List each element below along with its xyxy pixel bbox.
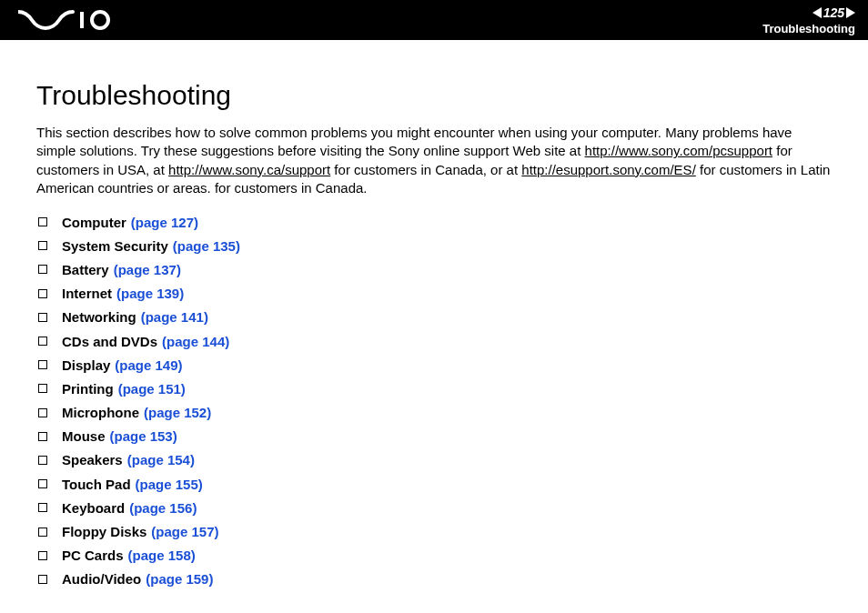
square-bullet-icon [38, 575, 47, 584]
toc-page-link[interactable]: (page 151) [118, 381, 186, 397]
square-bullet-icon [38, 360, 47, 369]
square-bullet-icon [38, 528, 47, 537]
toc-label: Networking [62, 309, 136, 325]
toc-label: System Security [62, 238, 168, 254]
toc-page-link[interactable]: (page 154) [127, 452, 195, 467]
toc-label: PC Cards [62, 548, 124, 563]
header-bar: 125 Troubleshooting [0, 0, 868, 40]
toc-item: Mouse(page 153) [38, 425, 832, 448]
content-area: Troubleshooting This section describes h… [0, 40, 868, 609]
support-link-usa[interactable]: http://www.sony.com/pcsupport [585, 143, 772, 158]
square-bullet-icon [38, 384, 47, 393]
toc-page-link[interactable]: (page 139) [116, 286, 184, 301]
next-page-arrow-icon[interactable] [846, 7, 855, 18]
square-bullet-icon [38, 479, 47, 488]
toc-page-link[interactable]: (page 156) [129, 500, 197, 516]
intro-text-3: for customers in Canada, or at [330, 162, 521, 177]
toc-item: Battery(page 137) [38, 257, 832, 281]
toc-label: Audio/Video [62, 571, 141, 587]
page-title: Troubleshooting [36, 80, 832, 111]
toc-label: Battery [62, 262, 109, 277]
page-nav: 125 [762, 5, 855, 20]
toc-item: System Security(page 135) [38, 234, 832, 257]
toc-label: Computer [62, 215, 126, 230]
toc-item: Networking(page 141) [38, 306, 832, 329]
toc-page-link[interactable]: (page 155) [136, 477, 203, 492]
toc-item: PC Cards(page 158) [38, 544, 832, 568]
header-right: 125 Troubleshooting [762, 5, 855, 35]
toc-page-link[interactable]: (page 159) [146, 571, 213, 587]
vaio-logo [18, 10, 118, 30]
toc-label: Internet [62, 286, 112, 301]
toc-item: Touch Pad(page 155) [38, 472, 832, 496]
prev-page-arrow-icon[interactable] [812, 7, 822, 18]
svg-rect-0 [80, 12, 84, 28]
toc-label: CDs and DVDs [62, 334, 157, 349]
toc-item: Speakers(page 154) [38, 448, 832, 472]
square-bullet-icon [38, 241, 47, 250]
support-link-latam[interactable]: http://esupport.sony.com/ES/ [521, 162, 695, 177]
square-bullet-icon [38, 289, 47, 298]
toc-item: Keyboard(page 156) [38, 496, 832, 519]
toc-label: Microphone [62, 405, 139, 420]
toc-page-link[interactable]: (page 158) [128, 548, 196, 563]
square-bullet-icon [38, 503, 47, 512]
page-number: 125 [823, 5, 844, 20]
toc-page-link[interactable]: (page 141) [141, 309, 208, 325]
intro-paragraph: This section describes how to solve comm… [36, 124, 832, 197]
toc-list: Computer(page 127)System Security(page 1… [36, 210, 832, 591]
toc-page-link[interactable]: (page 144) [162, 334, 229, 349]
toc-label: Touch Pad [62, 477, 131, 492]
square-bullet-icon [38, 313, 47, 322]
toc-item: CDs and DVDs(page 144) [38, 329, 832, 353]
toc-label: Speakers [62, 452, 123, 467]
toc-item: Audio/Video(page 159) [38, 568, 832, 591]
toc-label: Printing [62, 381, 114, 397]
toc-item: Internet(page 139) [38, 282, 832, 306]
square-bullet-icon [38, 265, 47, 274]
header-section-label: Troubleshooting [762, 22, 855, 35]
square-bullet-icon [38, 551, 47, 560]
toc-item: Display(page 149) [38, 353, 832, 377]
square-bullet-icon [38, 432, 47, 441]
square-bullet-icon [38, 337, 47, 346]
square-bullet-icon [38, 408, 47, 417]
toc-page-link[interactable]: (page 157) [151, 524, 218, 539]
toc-label: Mouse [62, 428, 106, 444]
vaio-logo-svg [18, 10, 118, 30]
toc-page-link[interactable]: (page 137) [114, 262, 181, 277]
toc-item: Computer(page 127) [38, 210, 832, 234]
toc-item: Printing(page 151) [38, 377, 832, 400]
svg-point-1 [92, 12, 108, 28]
square-bullet-icon [38, 456, 47, 465]
toc-label: Keyboard [62, 500, 125, 516]
toc-item: Floppy Disks(page 157) [38, 519, 832, 543]
square-bullet-icon [38, 217, 47, 226]
toc-item: Microphone(page 152) [38, 401, 832, 425]
toc-page-link[interactable]: (page 127) [131, 215, 198, 230]
toc-page-link[interactable]: (page 149) [115, 357, 182, 373]
toc-label: Floppy Disks [62, 524, 146, 539]
support-link-canada[interactable]: http://www.sony.ca/support [168, 162, 330, 177]
toc-page-link[interactable]: (page 153) [110, 428, 177, 444]
toc-label: Display [62, 357, 110, 373]
toc-page-link[interactable]: (page 135) [173, 238, 240, 254]
toc-page-link[interactable]: (page 152) [144, 405, 211, 420]
